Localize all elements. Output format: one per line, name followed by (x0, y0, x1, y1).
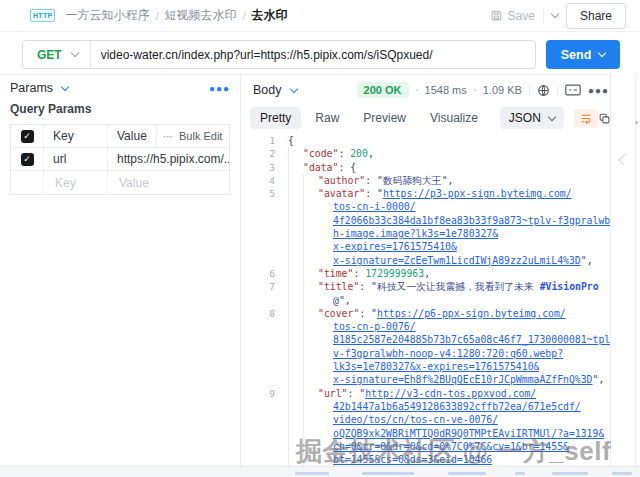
method-select[interactable]: GET (23, 48, 90, 62)
tab-visualize[interactable]: Visualize (420, 107, 488, 129)
topbar: HTTP 一方云知小程序 / 短视频去水印 / 去水印 Save Share (0, 0, 640, 32)
tab-raw[interactable]: Raw (305, 107, 349, 129)
table-header-row: ✓ Key Value ⋯ Bulk Edit (11, 125, 229, 148)
cutoff-text-fragment (448, 472, 486, 475)
divider (543, 9, 544, 23)
send-options-chevron-icon (598, 49, 606, 57)
line-number (241, 200, 284, 213)
bulk-edit-button[interactable]: ⋯ Bulk Edit (156, 125, 229, 147)
line-number: 9 (241, 387, 284, 400)
save-button[interactable]: Save (490, 9, 535, 23)
breadcrumb: 一方云知小程序 / 短视频去水印 / 去水印 (65, 7, 287, 24)
save-icon (490, 9, 503, 22)
query-params-title: Query Params (10, 102, 91, 116)
line-number (241, 440, 284, 453)
line-number: 8 (241, 307, 284, 320)
copy-icon[interactable] (598, 112, 611, 125)
indent-guide (303, 174, 304, 466)
response-duration: 1548 ms (425, 84, 467, 96)
code-line: tos-cn-p-0076/ (241, 320, 610, 333)
word-wrap-toggle-icon[interactable] (574, 109, 598, 128)
param-key-cell[interactable]: url (44, 148, 108, 170)
line-number: 4 (241, 174, 284, 187)
breadcrumb-separator: / (155, 10, 158, 22)
tab-pretty[interactable]: Pretty (250, 107, 301, 129)
param-key-input-cell (44, 171, 108, 194)
param-empty-row (11, 171, 229, 194)
cutoff-text-fragment (295, 472, 329, 475)
response-more-icon[interactable]: ●●● (588, 85, 609, 96)
line-number (241, 427, 284, 440)
indent-guide (288, 147, 289, 466)
line-number (241, 400, 284, 413)
line-number: 1 (241, 134, 284, 147)
param-value-cell[interactable]: https://h5.pipix.com/... (108, 148, 229, 170)
params-title: Params (10, 81, 53, 95)
request-url-bar: GET (22, 40, 536, 69)
code-line: 8"cover": "https://p6-ppx-sign.byteimg.c… (241, 307, 610, 320)
code-line: 7"title": "科技又一次让我震撼，我看到了未来 #VisionPro (241, 280, 610, 293)
bulk-edit-dots-icon: ⋯ (163, 131, 174, 142)
share-button[interactable]: Share (566, 3, 626, 29)
body-collapse-chevron-icon[interactable] (289, 84, 297, 92)
cutoff-text-fragment (362, 472, 414, 475)
select-all-checkbox[interactable]: ✓ (21, 130, 34, 143)
method-label: GET (37, 48, 62, 62)
expand-panel-chevron-icon[interactable] (618, 153, 630, 165)
breadcrumb-separator: / (243, 10, 246, 22)
json-response-viewer[interactable]: 1{2"code": 200,3"data": {4"author": "数码舔… (241, 134, 610, 466)
send-label: Send (561, 48, 592, 62)
breadcrumb-project[interactable]: 一方云知小程序 (65, 7, 149, 24)
params-section-header: Params ●●● (10, 81, 230, 95)
bulk-edit-label: Bulk Edit (179, 130, 222, 142)
save-label: Save (508, 9, 535, 23)
code-line: 5"avatar": "https://p3-ppx-sign.byteimg.… (241, 187, 610, 200)
format-label: JSON (509, 111, 541, 125)
param-value-input-cell (108, 171, 229, 194)
code-line: lk3s=1e780327&x-expires=1761575410& (241, 360, 610, 373)
line-number: 2 (241, 147, 284, 160)
url-input[interactable] (91, 48, 535, 62)
code-line: 9"url": "http://v3-cdn-tos.ppxvod.com/ (241, 387, 610, 400)
globe-icon[interactable] (537, 84, 550, 97)
code-line: 8185c2587e204885b73b7c65a08c46f7_1730000… (241, 333, 610, 346)
app-window: HTTP 一方云知小程序 / 短视频去水印 / 去水印 Save Share (0, 0, 640, 477)
row-checkbox-cell (11, 171, 44, 194)
send-button[interactable]: Send (546, 40, 620, 69)
response-meta: 200 OK 1548 ms 1.09 KB ●●● (357, 82, 609, 98)
extract-response-icon[interactable] (565, 84, 581, 96)
param-row: ✓ url https://h5.pipix.com/... (11, 148, 229, 171)
code-line: 2"code": 200, (241, 147, 610, 160)
line-number: 5 (241, 187, 284, 200)
new-param-key-input[interactable] (53, 175, 107, 191)
method-chevron-icon (70, 49, 78, 57)
http-request-icon: HTTP (30, 9, 55, 22)
param-enabled-checkbox[interactable]: ✓ (21, 153, 34, 166)
query-params-table: ✓ Key Value ⋯ Bulk Edit ✓ url https://h5… (10, 124, 230, 195)
response-header: Body 200 OK 1548 ms 1.09 KB ●●● (253, 80, 609, 100)
code-line: tos-cn-i-0000/ (241, 200, 610, 213)
format-select[interactable]: JSON (500, 107, 564, 129)
line-number (241, 227, 284, 240)
divider (529, 84, 530, 96)
new-param-value-input[interactable] (117, 175, 229, 191)
response-toolbar: PrettyRawPreviewVisualize JSON (250, 106, 608, 130)
line-number (241, 294, 284, 307)
collapsed-side-panel[interactable] (610, 74, 636, 466)
code-line: 6"time": 1729999963, (241, 267, 610, 280)
params-collapse-chevron-icon[interactable] (61, 82, 69, 90)
line-number: 7 (241, 280, 284, 293)
params-more-icon[interactable]: ●●● (209, 83, 230, 94)
code-line: v-f3gpralwbh-noop-v4:1280:720:q60.webp? (241, 347, 610, 360)
cutoff-text-fragment (552, 472, 588, 475)
line-number (241, 240, 284, 253)
breadcrumb-folder[interactable]: 短视频去水印 (165, 7, 237, 24)
line-number (241, 373, 284, 386)
tab-preview[interactable]: Preview (353, 107, 416, 129)
save-options-chevron-icon[interactable] (551, 10, 559, 18)
line-number: 6 (241, 267, 284, 280)
format-chevron-icon (548, 112, 556, 120)
column-header-key: Key (44, 125, 108, 147)
line-number: 3 (241, 161, 284, 174)
line-number (241, 413, 284, 426)
